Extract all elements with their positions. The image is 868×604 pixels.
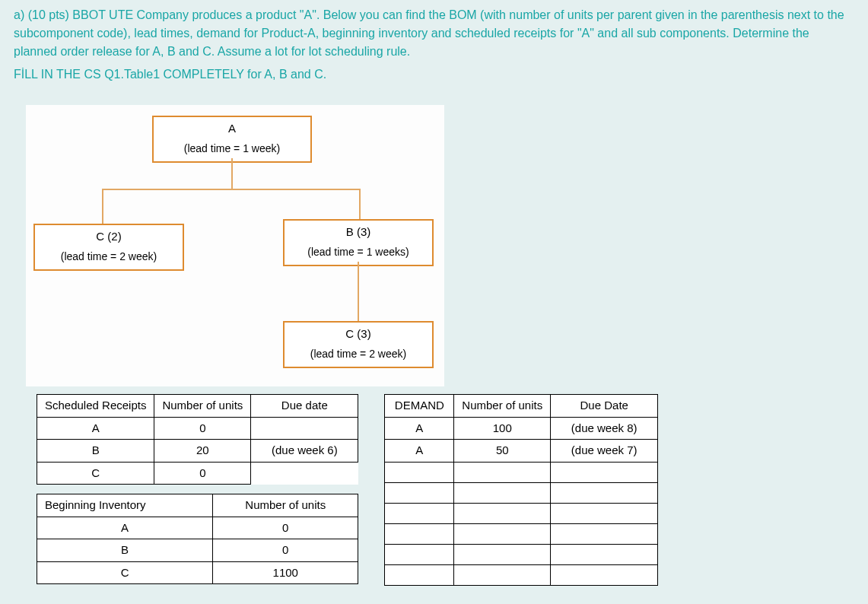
beginning-inventory-table: Beginning Inventory Number of units A 0 … bbox=[37, 494, 358, 584]
demand-table: DEMAND Number of units Due Date A 100 (d… bbox=[384, 394, 658, 586]
inv-h1: Beginning Inventory bbox=[37, 494, 213, 517]
node-c2-title: C (2) bbox=[35, 228, 183, 246]
table-row: A 50 (due week 7) bbox=[385, 440, 658, 463]
table-row bbox=[385, 544, 658, 564]
bom-node-b3: B (3) (lead time = 1 weeks) bbox=[283, 219, 434, 266]
table-row: B 0 bbox=[37, 539, 358, 562]
table-row: B 20 (due week 6) bbox=[37, 440, 358, 463]
table-row bbox=[385, 564, 658, 585]
table-row bbox=[385, 523, 658, 544]
table-row bbox=[385, 482, 658, 503]
fill-instruction: FİLL IN THE CS Q1.Table1 COMPLETELY for … bbox=[14, 65, 854, 84]
node-a-lead: (lead time = 1 week) bbox=[154, 141, 310, 157]
node-c3-title: C (3) bbox=[285, 326, 432, 343]
table-row: C 1100 bbox=[37, 561, 358, 584]
node-c2-lead: (lead time = 2 week) bbox=[35, 249, 183, 265]
demand-h1: DEMAND bbox=[385, 395, 454, 418]
table-row: C 0 bbox=[37, 462, 358, 485]
sched-h3: Due date bbox=[251, 395, 358, 418]
scheduled-receipts-table: Scheduled Receipts Number of units Due d… bbox=[37, 394, 358, 485]
table-row: A 0 bbox=[37, 517, 358, 539]
node-c3-lead: (lead time = 2 week) bbox=[285, 346, 432, 362]
node-b3-title: B (3) bbox=[285, 224, 432, 241]
table-row bbox=[385, 503, 658, 523]
node-a-title: A bbox=[154, 120, 310, 138]
demand-h3: Due Date bbox=[551, 395, 658, 418]
bom-node-a: A (lead time = 1 week) bbox=[152, 116, 312, 163]
sched-h2: Number of units bbox=[154, 395, 251, 418]
table-row: A 100 (due week 8) bbox=[385, 417, 658, 440]
bom-diagram: A (lead time = 1 week) C (2) (lead time … bbox=[26, 105, 444, 386]
demand-h2: Number of units bbox=[454, 395, 551, 418]
node-b3-lead: (lead time = 1 weeks) bbox=[285, 244, 432, 260]
bom-node-c3: C (3) (lead time = 2 week) bbox=[283, 321, 434, 368]
table-row bbox=[385, 462, 658, 482]
inv-h2: Number of units bbox=[213, 494, 358, 517]
table-row: A 0 bbox=[37, 417, 358, 440]
question-text: a) (10 pts) BBOT UTE Company produces a … bbox=[14, 6, 854, 61]
sched-h1: Scheduled Receipts bbox=[37, 395, 154, 418]
bom-node-c2: C (2) (lead time = 2 week) bbox=[33, 224, 184, 271]
